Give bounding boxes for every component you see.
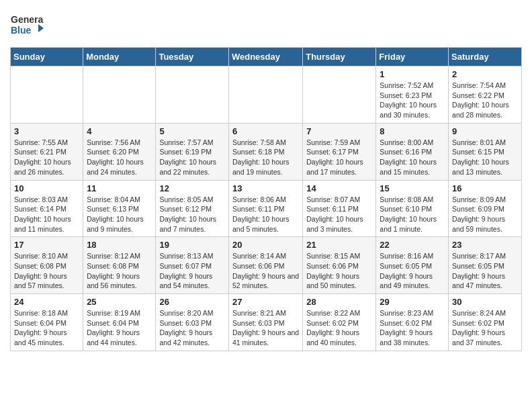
calendar-cell: 17Sunrise: 8:10 AM Sunset: 6:08 PM Dayli… <box>11 237 83 294</box>
day-info: Sunrise: 8:19 AM Sunset: 6:04 PM Dayligh… <box>87 308 152 348</box>
calendar-cell: 10Sunrise: 8:03 AM Sunset: 6:14 PM Dayli… <box>11 180 83 237</box>
day-number: 10 <box>14 183 79 193</box>
calendar-cell: 6Sunrise: 7:58 AM Sunset: 6:18 PM Daylig… <box>228 123 302 180</box>
calendar-week-2: 3Sunrise: 7:55 AM Sunset: 6:21 PM Daylig… <box>11 123 522 180</box>
day-info: Sunrise: 8:09 AM Sunset: 6:09 PM Dayligh… <box>452 195 518 234</box>
day-info: Sunrise: 8:18 AM Sunset: 6:04 PM Dayligh… <box>14 308 79 348</box>
day-info: Sunrise: 8:06 AM Sunset: 6:11 PM Dayligh… <box>232 195 299 234</box>
day-number: 16 <box>452 183 518 193</box>
day-info: Sunrise: 7:57 AM Sunset: 6:19 PM Dayligh… <box>159 138 225 177</box>
weekday-header-friday: Friday <box>376 48 449 66</box>
calendar-cell: 20Sunrise: 8:14 AM Sunset: 6:06 PM Dayli… <box>228 237 302 294</box>
svg-marker-2 <box>38 24 44 32</box>
day-number: 11 <box>87 183 152 193</box>
day-number: 6 <box>232 126 299 136</box>
calendar-cell: 29Sunrise: 8:23 AM Sunset: 6:02 PM Dayli… <box>376 294 449 351</box>
day-number: 12 <box>159 183 225 193</box>
calendar-cell: 4Sunrise: 7:56 AM Sunset: 6:20 PM Daylig… <box>83 123 156 180</box>
day-info: Sunrise: 8:20 AM Sunset: 6:03 PM Dayligh… <box>159 308 225 348</box>
day-info: Sunrise: 8:04 AM Sunset: 6:13 PM Dayligh… <box>87 195 152 234</box>
weekday-header-wednesday: Wednesday <box>228 48 302 66</box>
day-info: Sunrise: 8:05 AM Sunset: 6:12 PM Dayligh… <box>159 195 225 234</box>
day-info: Sunrise: 7:58 AM Sunset: 6:18 PM Dayligh… <box>232 138 299 177</box>
day-info: Sunrise: 8:12 AM Sunset: 6:08 PM Dayligh… <box>87 251 152 291</box>
calendar-cell: 9Sunrise: 8:01 AM Sunset: 6:15 PM Daylig… <box>449 123 522 180</box>
calendar-cell <box>83 66 156 124</box>
day-info: Sunrise: 8:00 AM Sunset: 6:16 PM Dayligh… <box>380 138 445 177</box>
calendar-cell: 8Sunrise: 8:00 AM Sunset: 6:16 PM Daylig… <box>376 123 449 180</box>
calendar-cell: 18Sunrise: 8:12 AM Sunset: 6:08 PM Dayli… <box>83 237 156 294</box>
day-number: 8 <box>380 126 445 136</box>
day-number: 9 <box>452 126 518 136</box>
day-info: Sunrise: 8:10 AM Sunset: 6:08 PM Dayligh… <box>14 251 79 291</box>
calendar-week-3: 10Sunrise: 8:03 AM Sunset: 6:14 PM Dayli… <box>11 180 522 237</box>
calendar-cell: 22Sunrise: 8:16 AM Sunset: 6:05 PM Dayli… <box>376 237 449 294</box>
day-info: Sunrise: 8:08 AM Sunset: 6:10 PM Dayligh… <box>380 195 445 234</box>
day-number: 17 <box>14 240 79 250</box>
day-number: 14 <box>306 183 372 193</box>
svg-text:Blue: Blue <box>11 25 32 36</box>
page-header: General Blue <box>10 7 522 42</box>
calendar-cell: 11Sunrise: 8:04 AM Sunset: 6:13 PM Dayli… <box>83 180 156 237</box>
day-info: Sunrise: 7:59 AM Sunset: 6:17 PM Dayligh… <box>306 138 372 177</box>
day-info: Sunrise: 8:03 AM Sunset: 6:14 PM Dayligh… <box>14 195 79 234</box>
day-info: Sunrise: 8:23 AM Sunset: 6:02 PM Dayligh… <box>380 308 445 348</box>
day-info: Sunrise: 7:55 AM Sunset: 6:21 PM Dayligh… <box>14 138 79 177</box>
logo: General Blue <box>10 11 44 42</box>
weekday-header-monday: Monday <box>83 48 156 66</box>
day-info: Sunrise: 7:52 AM Sunset: 6:23 PM Dayligh… <box>380 81 445 120</box>
weekday-header-thursday: Thursday <box>303 48 376 66</box>
day-info: Sunrise: 8:16 AM Sunset: 6:05 PM Dayligh… <box>380 251 445 291</box>
day-info: Sunrise: 8:14 AM Sunset: 6:06 PM Dayligh… <box>232 251 299 291</box>
logo-icon: General Blue <box>10 11 44 39</box>
day-number: 18 <box>87 240 152 250</box>
day-number: 2 <box>452 69 518 79</box>
calendar-cell: 21Sunrise: 8:15 AM Sunset: 6:06 PM Dayli… <box>303 237 376 294</box>
day-info: Sunrise: 7:56 AM Sunset: 6:20 PM Dayligh… <box>87 138 152 177</box>
calendar-cell: 7Sunrise: 7:59 AM Sunset: 6:17 PM Daylig… <box>303 123 376 180</box>
day-info: Sunrise: 8:15 AM Sunset: 6:06 PM Dayligh… <box>306 251 372 291</box>
calendar-cell: 23Sunrise: 8:17 AM Sunset: 6:05 PM Dayli… <box>449 237 522 294</box>
calendar-cell: 15Sunrise: 8:08 AM Sunset: 6:10 PM Dayli… <box>376 180 449 237</box>
day-number: 22 <box>380 240 445 250</box>
day-info: Sunrise: 8:22 AM Sunset: 6:02 PM Dayligh… <box>306 308 372 348</box>
calendar-cell: 13Sunrise: 8:06 AM Sunset: 6:11 PM Dayli… <box>228 180 302 237</box>
day-number: 7 <box>306 126 372 136</box>
day-number: 1 <box>380 69 445 79</box>
calendar-cell: 14Sunrise: 8:07 AM Sunset: 6:11 PM Dayli… <box>303 180 376 237</box>
calendar-cell: 30Sunrise: 8:24 AM Sunset: 6:02 PM Dayli… <box>449 294 522 351</box>
calendar-cell: 3Sunrise: 7:55 AM Sunset: 6:21 PM Daylig… <box>11 123 83 180</box>
calendar-cell <box>156 66 229 124</box>
weekday-header-row: SundayMondayTuesdayWednesdayThursdayFrid… <box>11 48 522 66</box>
day-number: 21 <box>306 240 372 250</box>
day-number: 23 <box>452 240 518 250</box>
calendar-cell: 12Sunrise: 8:05 AM Sunset: 6:12 PM Dayli… <box>156 180 229 237</box>
weekday-header-saturday: Saturday <box>449 48 522 66</box>
day-number: 4 <box>87 126 152 136</box>
day-number: 5 <box>159 126 225 136</box>
calendar-cell <box>228 66 302 124</box>
calendar-week-5: 24Sunrise: 8:18 AM Sunset: 6:04 PM Dayli… <box>11 294 522 351</box>
day-number: 19 <box>159 240 225 250</box>
calendar-cell: 5Sunrise: 7:57 AM Sunset: 6:19 PM Daylig… <box>156 123 229 180</box>
day-number: 20 <box>232 240 299 250</box>
day-number: 26 <box>159 297 225 307</box>
day-number: 24 <box>14 297 79 307</box>
calendar-cell <box>303 66 376 124</box>
calendar-cell <box>11 66 83 124</box>
day-info: Sunrise: 8:13 AM Sunset: 6:07 PM Dayligh… <box>159 251 225 291</box>
day-number: 27 <box>232 297 299 307</box>
calendar-cell: 25Sunrise: 8:19 AM Sunset: 6:04 PM Dayli… <box>83 294 156 351</box>
day-info: Sunrise: 8:01 AM Sunset: 6:15 PM Dayligh… <box>452 138 518 177</box>
day-info: Sunrise: 7:54 AM Sunset: 6:22 PM Dayligh… <box>452 81 518 120</box>
calendar-cell: 1Sunrise: 7:52 AM Sunset: 6:23 PM Daylig… <box>376 66 449 124</box>
calendar-cell: 2Sunrise: 7:54 AM Sunset: 6:22 PM Daylig… <box>449 66 522 124</box>
calendar-body: 1Sunrise: 7:52 AM Sunset: 6:23 PM Daylig… <box>11 66 522 351</box>
calendar-week-1: 1Sunrise: 7:52 AM Sunset: 6:23 PM Daylig… <box>11 66 522 124</box>
calendar-week-4: 17Sunrise: 8:10 AM Sunset: 6:08 PM Dayli… <box>11 237 522 294</box>
calendar-cell: 19Sunrise: 8:13 AM Sunset: 6:07 PM Dayli… <box>156 237 229 294</box>
day-number: 3 <box>14 126 79 136</box>
day-number: 15 <box>380 183 445 193</box>
day-info: Sunrise: 8:24 AM Sunset: 6:02 PM Dayligh… <box>452 308 518 348</box>
calendar-cell: 16Sunrise: 8:09 AM Sunset: 6:09 PM Dayli… <box>449 180 522 237</box>
